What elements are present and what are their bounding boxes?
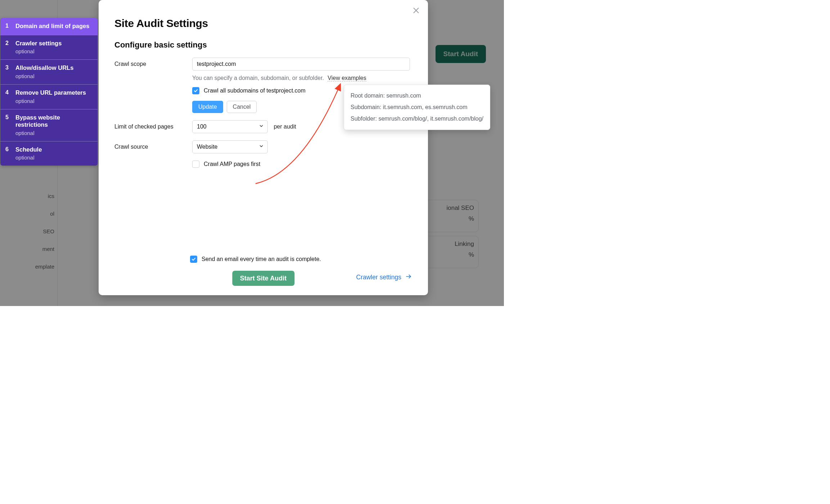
email-on-complete-label: Send an email every time an audit is com… [202,256,321,262]
crawl-amp-label: Crawl AMP pages first [204,161,260,167]
arrow-right-icon [405,274,412,281]
tooltip-line: Subfolder: semrush.com/blog/, it.semrush… [351,113,483,125]
tooltip-line: Subdomain: it.semrush.com, es.semrush.co… [351,102,483,113]
crawl-scope-input[interactable] [192,58,410,71]
wizard-steps: 1 Domain and limit of pages 2 Crawler se… [0,18,98,166]
examples-tooltip: Root domain: semrush.com Subdomain: it.s… [344,85,490,130]
label-crawl-source: Crawl source [114,140,190,150]
chevron-down-icon [259,123,264,130]
start-site-audit-button[interactable]: Start Site Audit [232,271,294,286]
section-heading: Configure basic settings [114,40,412,50]
crawl-subdomains-checkbox[interactable] [192,87,199,94]
wizard-step-remove-params[interactable]: 4 Remove URL parameters optional [0,84,98,109]
close-icon[interactable] [412,6,420,14]
site-audit-settings-modal: Site Audit Settings Configure basic sett… [99,0,428,295]
label-limit-pages: Limit of checked pages [114,120,190,130]
label-crawl-scope: Crawl scope [114,58,190,67]
limit-pages-select[interactable]: 100 [192,120,268,133]
limit-pages-value: 100 [197,123,207,130]
wizard-step-schedule[interactable]: 6 Schedule optional [0,141,98,166]
wizard-step-allow-disallow[interactable]: 3 Allow/disallow URLs optional [0,59,98,84]
chevron-down-icon [259,144,264,150]
cancel-button[interactable]: Cancel [227,101,257,113]
per-audit-text: per audit [274,123,296,130]
tooltip-line: Root domain: semrush.com [351,90,483,102]
crawl-amp-checkbox[interactable] [192,161,199,168]
crawl-subdomains-label: Crawl all subdomains of testproject.com [204,87,306,94]
crawl-source-select[interactable]: Website [192,140,268,153]
update-button[interactable]: Update [192,101,223,113]
view-examples-link[interactable]: View examples [328,75,366,81]
modal-title: Site Audit Settings [114,17,412,30]
email-on-complete-checkbox[interactable] [190,256,197,263]
crawl-source-value: Website [197,144,218,150]
crawl-scope-hint: You can specify a domain, subdomain, or … [192,75,412,81]
wizard-step-crawler-settings[interactable]: 2 Crawler settings optional [0,35,98,60]
wizard-step-bypass-restrictions[interactable]: 5 Bypass website restrictions optional [0,109,98,141]
wizard-step-domain-limit[interactable]: 1 Domain and limit of pages [0,18,98,35]
crawler-settings-link[interactable]: Crawler settings [356,274,412,281]
